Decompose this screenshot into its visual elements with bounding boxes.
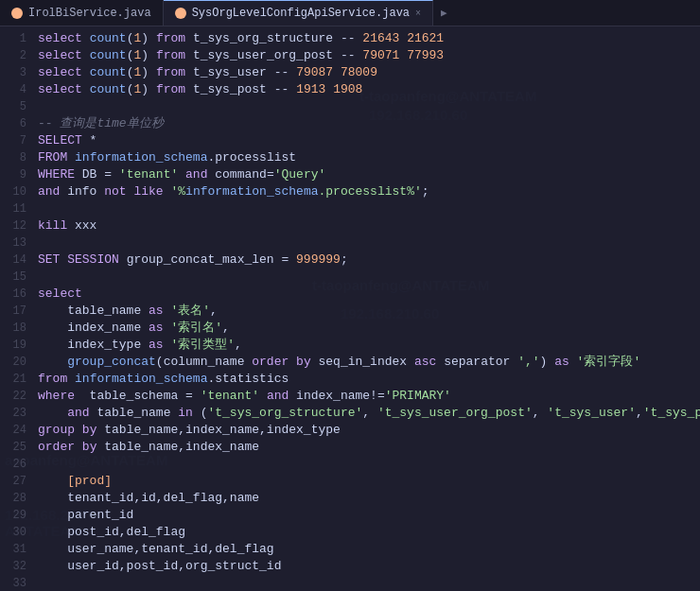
line-content[interactable]: kill xxx [38, 217, 700, 235]
line-number: 9 [0, 166, 38, 183]
line-content[interactable]: table_name as '表名', [38, 303, 700, 320]
line-content[interactable]: index_name as '索引名', [38, 320, 700, 337]
editor-line: 16select [0, 286, 700, 303]
line-number: 11 [0, 200, 38, 217]
line-number: 1 [0, 30, 38, 47]
editor-area: t-taopanfeng@ANTATEAM192.168.210.60t-tao… [0, 26, 700, 591]
editor-line: 14SET SESSION group_concat_max_len = 999… [0, 252, 700, 269]
editor-line: 20 group_concat(column_name order by seq… [0, 354, 700, 371]
line-content[interactable]: WHERE DB = 'tenant' and command='Query' [38, 166, 700, 183]
line-content[interactable] [38, 200, 700, 217]
line-number: 4 [0, 81, 38, 98]
editor-line: 3select count(1) from t_sys_user -- 7908… [0, 64, 700, 81]
tab-sys-org-level[interactable]: SysOrgLevelConfigApiService.java × [164, 0, 433, 26]
line-number: 27 [0, 473, 38, 490]
editor-line: 21from information_schema.statistics [0, 371, 700, 388]
line-number: 30 [0, 524, 38, 541]
line-number: 25 [0, 439, 38, 456]
editor-line: 17 table_name as '表名', [0, 303, 700, 320]
editor-line: 18 index_name as '索引名', [0, 320, 700, 337]
editor-line: 23 and table_name in ('t_sys_org_structu… [0, 405, 700, 422]
line-content[interactable]: SELECT * [38, 132, 700, 149]
editor-line: 29 parent_id [0, 507, 700, 524]
editor-line: 33 [0, 575, 700, 591]
editor-line: 10and info not like '%information_schema… [0, 183, 700, 200]
editor-line: 22where table_schema = 'tenant' and inde… [0, 388, 700, 405]
line-content[interactable]: user_name,tenant_id,del_flag [38, 541, 700, 558]
line-number: 24 [0, 422, 38, 439]
line-content[interactable]: select [38, 286, 700, 303]
line-content[interactable]: [prod] [38, 473, 700, 490]
editor-line: 19 index_type as '索引类型', [0, 337, 700, 354]
editor-line: 11 [0, 200, 700, 217]
line-number: 17 [0, 303, 38, 320]
line-content[interactable] [38, 98, 700, 115]
editor-line: 7SELECT * [0, 132, 700, 149]
line-content[interactable] [38, 269, 700, 286]
line-content[interactable]: and table_name in ('t_sys_org_structure'… [38, 405, 700, 422]
line-content[interactable]: index_type as '索引类型', [38, 337, 700, 354]
editor-line: 32 user_id,post_id,org_struct_id [0, 558, 700, 575]
line-number: 33 [0, 575, 38, 591]
java-icon [11, 8, 23, 19]
line-content[interactable] [38, 456, 700, 473]
tab-close-icon[interactable]: × [415, 9, 421, 19]
editor-line: 12kill xxx [0, 217, 700, 235]
tab-irol-bi-service[interactable]: IrolBiService.java [0, 0, 164, 26]
line-number: 26 [0, 456, 38, 473]
line-content[interactable]: -- 查询是time单位秒 [38, 115, 700, 132]
editor-line: 25order by table_name,index_name [0, 439, 700, 456]
line-number: 3 [0, 64, 38, 81]
line-number: 20 [0, 354, 38, 371]
line-content[interactable]: where table_schema = 'tenant' and index_… [38, 388, 700, 405]
line-number: 5 [0, 98, 38, 115]
tab-extra-button[interactable]: ▶ [433, 0, 455, 26]
line-content[interactable]: user_id,post_id,org_struct_id [38, 558, 700, 575]
line-content[interactable]: parent_id [38, 507, 700, 524]
line-number: 12 [0, 217, 38, 235]
line-content[interactable] [38, 235, 700, 252]
line-content[interactable]: FROM information_schema.processlist [38, 149, 700, 166]
editor-line: 30 post_id,del_flag [0, 524, 700, 541]
line-number: 21 [0, 371, 38, 388]
line-number: 15 [0, 269, 38, 286]
line-number: 19 [0, 337, 38, 354]
tab-bar: IrolBiService.java SysOrgLevelConfigApiS… [0, 0, 700, 26]
editor-line: 8FROM information_schema.processlist [0, 149, 700, 166]
line-content[interactable]: order by table_name,index_name [38, 439, 700, 456]
editor-line: 28 tenant_id,id,del_flag,name [0, 490, 700, 507]
line-number: 6 [0, 115, 38, 132]
editor-line: 26 [0, 456, 700, 473]
line-number: 23 [0, 405, 38, 422]
editor-line: 1select count(1) from t_sys_org_structur… [0, 30, 700, 47]
editor-line: 2select count(1) from t_sys_user_org_pos… [0, 47, 700, 64]
editor-line: 9WHERE DB = 'tenant' and command='Query' [0, 166, 700, 183]
line-number: 31 [0, 541, 38, 558]
line-number: 13 [0, 235, 38, 252]
line-content[interactable]: tenant_id,id,del_flag,name [38, 490, 700, 507]
line-number: 16 [0, 286, 38, 303]
line-content[interactable]: group by table_name,index_name,index_typ… [38, 422, 700, 439]
line-number: 10 [0, 183, 38, 200]
line-content[interactable]: select count(1) from t_sys_user -- 79087… [38, 64, 700, 81]
line-number: 29 [0, 507, 38, 524]
line-content[interactable]: post_id,del_flag [38, 524, 700, 541]
line-number: 2 [0, 47, 38, 64]
line-content[interactable]: SET SESSION group_concat_max_len = 99999… [38, 252, 700, 269]
line-content[interactable]: and info not like '%information_schema.p… [38, 183, 700, 200]
editor-line: 13 [0, 235, 700, 252]
line-number: 18 [0, 320, 38, 337]
tab-label-2: SysOrgLevelConfigApiService.java [192, 7, 410, 20]
line-content[interactable]: group_concat(column_name order by seq_in… [38, 354, 700, 371]
line-content[interactable]: select count(1) from t_sys_user_org_post… [38, 47, 700, 64]
line-number: 7 [0, 132, 38, 149]
line-number: 8 [0, 149, 38, 166]
line-number: 32 [0, 558, 38, 575]
line-content[interactable]: select count(1) from t_sys_post -- 1913 … [38, 81, 700, 98]
line-content[interactable]: select count(1) from t_sys_org_structure… [38, 30, 700, 47]
editor-line: 4select count(1) from t_sys_post -- 1913… [0, 81, 700, 98]
editor-line: 15 [0, 269, 700, 286]
line-content[interactable]: from information_schema.statistics [38, 371, 700, 388]
line-number: 14 [0, 252, 38, 269]
line-content[interactable] [38, 575, 700, 591]
